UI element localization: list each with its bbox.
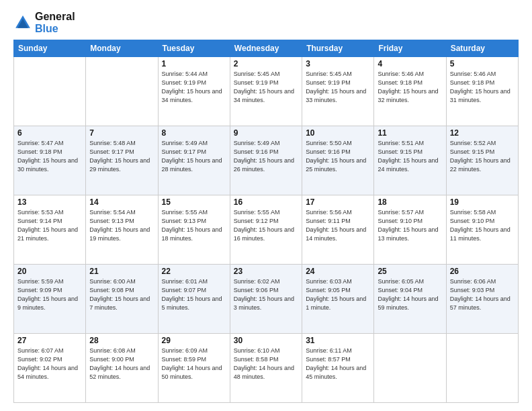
day-info: Sunrise: 5:58 AMSunset: 9:10 PMDaylight:… xyxy=(450,208,515,243)
day-number: 19 xyxy=(450,197,515,207)
day-info: Sunrise: 5:55 AMSunset: 9:12 PMDaylight:… xyxy=(234,208,298,243)
week-row-1: 1Sunrise: 5:44 AMSunset: 9:19 PMDaylight… xyxy=(14,57,519,126)
day-number: 30 xyxy=(234,336,298,345)
calendar-cell: 17Sunrise: 5:56 AMSunset: 9:11 PMDayligh… xyxy=(302,195,374,265)
day-number: 4 xyxy=(378,59,442,68)
calendar-cell: 30Sunrise: 6:10 AMSunset: 8:58 PMDayligh… xyxy=(230,334,302,403)
calendar-table: SundayMondayTuesdayWednesdayThursdayFrid… xyxy=(13,40,519,403)
day-info: Sunrise: 5:49 AMSunset: 9:16 PMDaylight:… xyxy=(234,139,298,174)
day-number: 17 xyxy=(306,197,370,207)
day-number: 3 xyxy=(306,59,370,68)
day-info: Sunrise: 5:44 AMSunset: 9:19 PMDaylight:… xyxy=(162,70,226,105)
day-info: Sunrise: 6:09 AMSunset: 8:59 PMDaylight:… xyxy=(162,347,226,381)
day-number: 22 xyxy=(162,267,226,276)
day-info: Sunrise: 6:08 AMSunset: 9:00 PMDaylight:… xyxy=(89,347,154,381)
day-info: Sunrise: 6:02 AMSunset: 9:06 PMDaylight:… xyxy=(234,277,298,312)
day-number: 13 xyxy=(17,197,82,207)
day-number: 9 xyxy=(234,128,298,138)
weekday-header-monday: Monday xyxy=(86,40,158,57)
day-info: Sunrise: 5:46 AMSunset: 9:18 PMDaylight:… xyxy=(450,70,515,105)
day-number: 31 xyxy=(306,336,370,345)
calendar-cell: 15Sunrise: 5:55 AMSunset: 9:13 PMDayligh… xyxy=(158,195,230,265)
calendar-cell: 29Sunrise: 6:09 AMSunset: 8:59 PMDayligh… xyxy=(158,334,230,403)
day-info: Sunrise: 6:00 AMSunset: 9:08 PMDaylight:… xyxy=(89,277,154,312)
calendar-cell: 27Sunrise: 6:07 AMSunset: 9:02 PMDayligh… xyxy=(14,334,86,403)
day-number: 12 xyxy=(450,128,515,138)
calendar-cell: 1Sunrise: 5:44 AMSunset: 9:19 PMDaylight… xyxy=(158,57,230,126)
calendar-cell: 21Sunrise: 6:00 AMSunset: 9:08 PMDayligh… xyxy=(86,265,158,334)
day-number: 5 xyxy=(450,59,515,68)
day-number: 24 xyxy=(306,267,370,276)
weekday-header-thursday: Thursday xyxy=(302,40,374,57)
week-row-5: 27Sunrise: 6:07 AMSunset: 9:02 PMDayligh… xyxy=(14,334,519,403)
day-info: Sunrise: 6:06 AMSunset: 9:03 PMDaylight:… xyxy=(450,277,515,312)
logo: General Blue xyxy=(13,11,75,34)
day-number: 11 xyxy=(378,128,442,138)
calendar-cell: 14Sunrise: 5:54 AMSunset: 9:13 PMDayligh… xyxy=(86,195,158,265)
calendar-cell: 10Sunrise: 5:50 AMSunset: 9:16 PMDayligh… xyxy=(302,126,374,195)
calendar-cell: 9Sunrise: 5:49 AMSunset: 9:16 PMDaylight… xyxy=(230,126,302,195)
weekday-header-tuesday: Tuesday xyxy=(158,40,230,57)
page-header: General Blue xyxy=(13,11,519,34)
day-number: 23 xyxy=(234,267,298,276)
day-number: 27 xyxy=(17,336,82,345)
day-number: 25 xyxy=(378,267,442,276)
calendar-cell: 4Sunrise: 5:46 AMSunset: 9:18 PMDaylight… xyxy=(374,57,446,126)
day-number: 28 xyxy=(89,336,154,345)
day-number: 15 xyxy=(162,197,226,207)
week-row-3: 13Sunrise: 5:53 AMSunset: 9:14 PMDayligh… xyxy=(14,195,519,265)
week-row-2: 6Sunrise: 5:47 AMSunset: 9:18 PMDaylight… xyxy=(14,126,519,195)
weekday-header-sunday: Sunday xyxy=(14,40,86,57)
calendar-cell xyxy=(374,334,446,403)
calendar-cell: 16Sunrise: 5:55 AMSunset: 9:12 PMDayligh… xyxy=(230,195,302,265)
day-info: Sunrise: 5:57 AMSunset: 9:10 PMDaylight:… xyxy=(378,208,442,243)
calendar-cell: 23Sunrise: 6:02 AMSunset: 9:06 PMDayligh… xyxy=(230,265,302,334)
day-number: 29 xyxy=(162,336,226,345)
day-number: 20 xyxy=(17,267,82,276)
logo-text: General Blue xyxy=(35,11,75,34)
day-info: Sunrise: 5:45 AMSunset: 9:19 PMDaylight:… xyxy=(234,70,298,105)
calendar-cell xyxy=(86,57,158,126)
calendar-cell xyxy=(14,57,86,126)
day-info: Sunrise: 6:01 AMSunset: 9:07 PMDaylight:… xyxy=(162,277,226,312)
day-number: 16 xyxy=(234,197,298,207)
calendar-cell: 20Sunrise: 5:59 AMSunset: 9:09 PMDayligh… xyxy=(14,265,86,334)
day-number: 8 xyxy=(162,128,226,138)
day-info: Sunrise: 5:56 AMSunset: 9:11 PMDaylight:… xyxy=(306,208,370,243)
day-info: Sunrise: 5:59 AMSunset: 9:09 PMDaylight:… xyxy=(17,277,82,312)
calendar-page: General Blue SundayMondayTuesdayWednesda… xyxy=(0,0,532,411)
day-number: 14 xyxy=(89,197,154,207)
day-info: Sunrise: 5:45 AMSunset: 9:19 PMDaylight:… xyxy=(306,70,370,105)
day-number: 21 xyxy=(89,267,154,276)
day-info: Sunrise: 5:55 AMSunset: 9:13 PMDaylight:… xyxy=(162,208,226,243)
calendar-cell: 11Sunrise: 5:51 AMSunset: 9:15 PMDayligh… xyxy=(374,126,446,195)
calendar-cell: 19Sunrise: 5:58 AMSunset: 9:10 PMDayligh… xyxy=(446,195,518,265)
day-number: 2 xyxy=(234,59,298,68)
day-info: Sunrise: 6:10 AMSunset: 8:58 PMDaylight:… xyxy=(234,347,298,381)
day-number: 1 xyxy=(162,59,226,68)
day-info: Sunrise: 5:47 AMSunset: 9:18 PMDaylight:… xyxy=(17,139,82,174)
calendar-cell: 25Sunrise: 6:05 AMSunset: 9:04 PMDayligh… xyxy=(374,265,446,334)
day-info: Sunrise: 6:05 AMSunset: 9:04 PMDaylight:… xyxy=(378,277,442,312)
weekday-header-row: SundayMondayTuesdayWednesdayThursdayFrid… xyxy=(14,40,519,57)
calendar-cell: 3Sunrise: 5:45 AMSunset: 9:19 PMDaylight… xyxy=(302,57,374,126)
week-row-4: 20Sunrise: 5:59 AMSunset: 9:09 PMDayligh… xyxy=(14,265,519,334)
day-number: 10 xyxy=(306,128,370,138)
day-number: 18 xyxy=(378,197,442,207)
day-info: Sunrise: 5:46 AMSunset: 9:18 PMDaylight:… xyxy=(378,70,442,105)
calendar-cell: 13Sunrise: 5:53 AMSunset: 9:14 PMDayligh… xyxy=(14,195,86,265)
day-info: Sunrise: 5:49 AMSunset: 9:17 PMDaylight:… xyxy=(162,139,226,174)
day-info: Sunrise: 6:03 AMSunset: 9:05 PMDaylight:… xyxy=(306,277,370,312)
calendar-cell: 26Sunrise: 6:06 AMSunset: 9:03 PMDayligh… xyxy=(446,265,518,334)
day-info: Sunrise: 5:50 AMSunset: 9:16 PMDaylight:… xyxy=(306,139,370,174)
calendar-cell: 22Sunrise: 6:01 AMSunset: 9:07 PMDayligh… xyxy=(158,265,230,334)
day-info: Sunrise: 5:53 AMSunset: 9:14 PMDaylight:… xyxy=(17,208,82,243)
day-number: 26 xyxy=(450,267,515,276)
calendar-cell: 24Sunrise: 6:03 AMSunset: 9:05 PMDayligh… xyxy=(302,265,374,334)
calendar-cell: 6Sunrise: 5:47 AMSunset: 9:18 PMDaylight… xyxy=(14,126,86,195)
calendar-cell: 2Sunrise: 5:45 AMSunset: 9:19 PMDaylight… xyxy=(230,57,302,126)
calendar-cell: 31Sunrise: 6:11 AMSunset: 8:57 PMDayligh… xyxy=(302,334,374,403)
weekday-header-friday: Friday xyxy=(374,40,446,57)
day-info: Sunrise: 5:54 AMSunset: 9:13 PMDaylight:… xyxy=(89,208,154,243)
calendar-cell: 28Sunrise: 6:08 AMSunset: 9:00 PMDayligh… xyxy=(86,334,158,403)
